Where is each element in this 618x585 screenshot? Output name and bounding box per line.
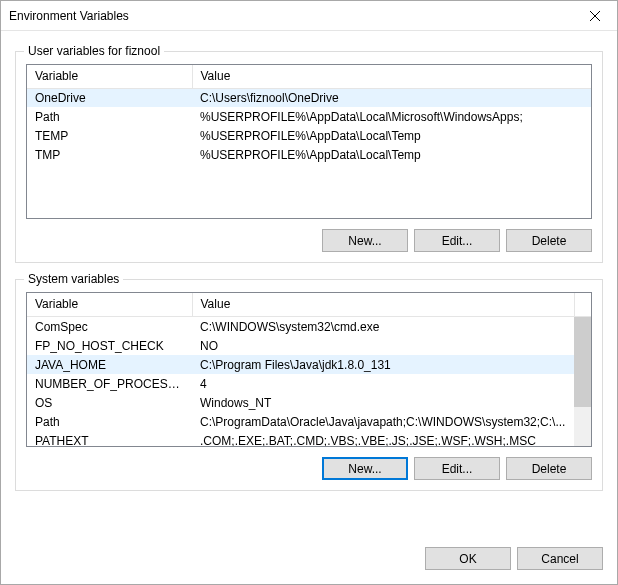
sys-edit-button[interactable]: Edit... (414, 457, 500, 480)
sys-cell-variable: PATHEXT (27, 431, 192, 446)
user-cell-value: %USERPROFILE%\AppData\Local\Temp (192, 126, 591, 145)
sys-row[interactable]: JAVA_HOMEC:\Program Files\Java\jdk1.8.0_… (27, 355, 574, 374)
user-row[interactable]: TEMP%USERPROFILE%\AppData\Local\Temp (27, 126, 591, 145)
sys-cell-variable: Path (27, 412, 192, 431)
sys-row[interactable]: PathC:\ProgramData\Oracle\Java\javapath;… (27, 412, 574, 431)
sys-col-variable[interactable]: Variable (27, 293, 192, 316)
sys-cell-value: C:\ProgramData\Oracle\Java\javapath;C:\W… (192, 412, 574, 431)
close-button[interactable] (572, 1, 617, 30)
user-cell-variable: TMP (27, 145, 192, 164)
sys-cell-value: C:\WINDOWS\system32\cmd.exe (192, 317, 574, 336)
user-vars-table[interactable]: Variable Value OneDriveC:\Users\fiznool\… (26, 64, 592, 219)
user-vars-group: User variables for fiznool Variable Valu… (15, 51, 603, 263)
ok-button[interactable]: OK (425, 547, 511, 570)
user-col-variable[interactable]: Variable (27, 65, 192, 88)
user-row[interactable]: TMP%USERPROFILE%\AppData\Local\Temp (27, 145, 591, 164)
user-new-button[interactable]: New... (322, 229, 408, 252)
user-delete-button[interactable]: Delete (506, 229, 592, 252)
sys-new-button[interactable]: New... (322, 457, 408, 480)
close-icon (590, 11, 600, 21)
sys-cell-variable: ComSpec (27, 317, 192, 336)
sys-cell-value: C:\Program Files\Java\jdk1.8.0_131 (192, 355, 574, 374)
sys-cell-variable: FP_NO_HOST_CHECK (27, 336, 192, 355)
sys-cell-value: NO (192, 336, 574, 355)
sys-col-scroll-gutter (574, 293, 591, 316)
sys-col-value[interactable]: Value (192, 293, 574, 316)
sys-cell-value: Windows_NT (192, 393, 574, 412)
titlebar[interactable]: Environment Variables (1, 1, 617, 31)
user-cell-value: %USERPROFILE%\AppData\Local\Temp (192, 145, 591, 164)
user-col-value[interactable]: Value (192, 65, 591, 88)
user-cell-value: C:\Users\fiznool\OneDrive (192, 88, 591, 107)
sys-cell-value: .COM;.EXE;.BAT;.CMD;.VBS;.VBE;.JS;.JSE;.… (192, 431, 574, 446)
system-vars-group: System variables Variable Value ComSpecC… (15, 279, 603, 491)
user-row[interactable]: OneDriveC:\Users\fiznool\OneDrive (27, 88, 591, 107)
sys-row[interactable]: NUMBER_OF_PROCESSORS4 (27, 374, 574, 393)
sys-row[interactable]: PATHEXT.COM;.EXE;.BAT;.CMD;.VBS;.VBE;.JS… (27, 431, 574, 446)
user-vars-buttons: New... Edit... Delete (26, 229, 592, 252)
user-cell-value: %USERPROFILE%\AppData\Local\Microsoft\Wi… (192, 107, 591, 126)
system-scrollbar[interactable] (574, 317, 591, 446)
sys-delete-button[interactable]: Delete (506, 457, 592, 480)
sys-row[interactable]: FP_NO_HOST_CHECKNO (27, 336, 574, 355)
sys-cell-variable: OS (27, 393, 192, 412)
user-cell-variable: OneDrive (27, 88, 192, 107)
system-vars-label: System variables (24, 272, 123, 286)
sys-cell-value: 4 (192, 374, 574, 393)
dialog-footer: OK Cancel (1, 535, 617, 584)
user-vars-label: User variables for fiznool (24, 44, 164, 58)
user-cell-variable: Path (27, 107, 192, 126)
dialog-title: Environment Variables (9, 9, 572, 23)
user-cell-variable: TEMP (27, 126, 192, 145)
sys-cell-variable: NUMBER_OF_PROCESSORS (27, 374, 192, 393)
system-scrollbar-thumb[interactable] (574, 317, 591, 407)
system-vars-table[interactable]: Variable Value ComSpecC:\WINDOWS\system3… (26, 292, 592, 447)
cancel-button[interactable]: Cancel (517, 547, 603, 570)
dialog-content: User variables for fiznool Variable Valu… (1, 31, 617, 535)
sys-row[interactable]: ComSpecC:\WINDOWS\system32\cmd.exe (27, 317, 574, 336)
sys-row[interactable]: OSWindows_NT (27, 393, 574, 412)
system-vars-buttons: New... Edit... Delete (26, 457, 592, 480)
user-row[interactable]: Path%USERPROFILE%\AppData\Local\Microsof… (27, 107, 591, 126)
user-edit-button[interactable]: Edit... (414, 229, 500, 252)
env-vars-dialog: Environment Variables User variables for… (0, 0, 618, 585)
sys-cell-variable: JAVA_HOME (27, 355, 192, 374)
